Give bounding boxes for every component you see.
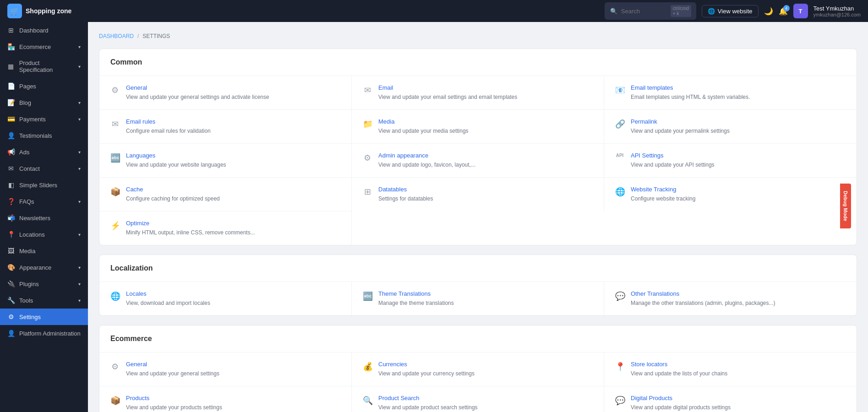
grid-item-title[interactable]: Digital Products <box>631 395 846 401</box>
grid-item-title[interactable]: Email rules <box>126 118 340 125</box>
debug-badge[interactable]: Debug Mode <box>840 184 851 228</box>
setting-item-store-locators: 📍 Store locators View and update the lis… <box>604 352 857 386</box>
grid-item-desc: Configure caching for optimized speed <box>126 195 340 203</box>
grid-item-title[interactable]: Theme Translations <box>378 290 593 297</box>
section-title-ecommerce: Ecommerce <box>99 325 857 352</box>
grid-item-content: Permalink View and update your permalink… <box>631 118 846 135</box>
sidebar-item-tools[interactable]: 🔧 Tools ▾ <box>0 292 88 309</box>
setting-item-media: 📁 Media View and update your media setti… <box>352 110 604 144</box>
grid-item-title[interactable]: Other Translations <box>631 290 846 297</box>
grid-item-title[interactable]: Website Tracking <box>631 186 846 193</box>
grid-item-desc: View and update your products settings <box>126 403 340 412</box>
sidebar-item-plugins[interactable]: 🔌 Plugins ▾ <box>0 276 88 292</box>
sidebar-item-settings[interactable]: ⚙ Settings <box>0 309 88 325</box>
sidebar-label-media: Media <box>19 248 35 255</box>
sidebar-icon-contact: ✉ <box>7 165 15 172</box>
sidebar-icon-simple-sliders: ◧ <box>7 181 15 189</box>
sidebar-item-ads[interactable]: 📢 Ads ▾ <box>0 144 88 160</box>
sidebar-item-newsletters[interactable]: 📬 Newsletters <box>0 210 88 226</box>
sidebar-label-product-specification: Product Specification <box>19 60 74 73</box>
permalink-icon: 🔗 <box>615 119 624 129</box>
chevron-icon: ▾ <box>78 150 81 155</box>
grid-item-title[interactable]: General <box>126 361 340 368</box>
grid-item-title[interactable]: Store locators <box>631 361 846 368</box>
sidebar-icon-pages: 📄 <box>7 82 15 90</box>
search-icon: 🔍 <box>610 8 617 15</box>
grid-item-title[interactable]: Media <box>378 118 593 125</box>
digital-products-icon: 💬 <box>615 396 624 406</box>
currencies-icon: 💰 <box>363 362 372 372</box>
globe-icon: 🌐 <box>708 8 715 15</box>
sidebar-item-locations[interactable]: 📍 Locations ▾ <box>0 226 88 243</box>
grid-item-title[interactable]: Datatables <box>378 186 593 193</box>
sidebar-item-contact[interactable]: ✉ Contact ▾ <box>0 160 88 177</box>
sidebar-icon-platform-administration: 👤 <box>7 330 15 337</box>
sidebar-icon-media: 🖼 <box>7 247 15 255</box>
grid-item-desc: View and update logo, favicon, layout,..… <box>378 161 593 169</box>
topnav-actions: 🌐 View website 🌙 🔔 4 T Test Ymkuzhan ymk… <box>702 4 861 18</box>
products-icon: 📦 <box>110 396 120 406</box>
sidebar-label-dashboard: Dashboard <box>19 27 49 34</box>
locales-icon: 🌐 <box>110 291 120 301</box>
moon-icon-button[interactable]: 🌙 <box>764 7 773 16</box>
logo-text: Shopping zone <box>26 7 71 15</box>
grid-item-title[interactable]: Locales <box>126 290 340 297</box>
sidebar-item-dashboard[interactable]: ⊞ Dashboard <box>0 22 88 38</box>
sidebar-item-pages[interactable]: 📄 Pages <box>0 78 88 94</box>
grid-item-desc: Configure website tracking <box>631 195 846 203</box>
view-website-button[interactable]: 🌐 View website <box>702 5 759 17</box>
grid-item-title[interactable]: Products <box>126 395 340 401</box>
website-tracking-icon: 🌐 <box>615 187 624 197</box>
sidebar-item-simple-sliders[interactable]: ◧ Simple Sliders <box>0 177 88 193</box>
datatables-icon: ⊞ <box>363 187 372 197</box>
sidebar-item-platform-administration[interactable]: 👤 Platform Administration <box>0 325 88 342</box>
grid-item-desc: View and update your currency settings <box>378 369 593 378</box>
sidebar-item-media[interactable]: 🖼 Media <box>0 243 88 259</box>
chevron-icon: ▾ <box>78 64 81 69</box>
sidebar-icon-dashboard: ⊞ <box>7 27 15 34</box>
sidebar-icon-settings: ⚙ <box>7 313 15 320</box>
sidebar-item-product-specification[interactable]: ▦ Product Specification ▾ <box>0 55 88 78</box>
section-title-localization: Localization <box>99 255 857 282</box>
sidebar-label-newsletters: Newsletters <box>19 215 50 222</box>
grid-item-desc: View and update your website languages <box>126 161 340 169</box>
sidebar-item-blog[interactable]: 📝 Blog ▾ <box>0 94 88 111</box>
grid-item-desc: View and update your API settings <box>631 161 846 169</box>
grid-item-desc: View and update your email settings and … <box>378 93 593 101</box>
grid-item-title[interactable]: Currencies <box>378 361 593 368</box>
sidebar-item-ecommerce[interactable]: 🏪 Ecommerce ▾ <box>0 38 88 55</box>
grid-item-title[interactable]: Languages <box>126 152 340 159</box>
sidebar-icon-plugins: 🔌 <box>7 280 15 287</box>
sidebar-item-payments[interactable]: 💳 Payments ▾ <box>0 111 88 127</box>
search-input[interactable] <box>621 8 667 15</box>
grid-item-title[interactable]: API Settings <box>631 152 846 159</box>
sidebar-label-faqs: FAQs <box>19 198 34 205</box>
grid-item-title[interactable]: General <box>126 84 340 91</box>
grid-item-content: Products View and update your products s… <box>126 395 340 412</box>
setting-item-cache: 📦 Cache Configure caching for optimized … <box>99 178 352 211</box>
setting-item-website-tracking: 🌐 Website Tracking Configure website tra… <box>604 178 857 211</box>
grid-item-title[interactable]: Optimize <box>126 220 340 227</box>
section-title-common: Common <box>99 49 857 76</box>
grid-item-desc: View and update the lists of your chains <box>631 369 846 378</box>
user-email: ymkuzhan@126.com <box>813 12 861 17</box>
sidebar-item-appearance[interactable]: 🎨 Appearance ▾ <box>0 259 88 276</box>
grid-item-title[interactable]: Admin appearance <box>378 152 593 159</box>
sidebar-label-ads: Ads <box>19 149 29 156</box>
grid-item-content: Email View and update your email setting… <box>378 84 593 101</box>
grid-item-title[interactable]: Product Search <box>378 395 593 401</box>
breadcrumb-dashboard[interactable]: DASHBOARD <box>99 33 134 39</box>
logo[interactable]: 🛒 Shopping zone <box>7 4 71 18</box>
grid-item-title[interactable]: Email templates <box>631 84 846 91</box>
sidebar-item-faqs[interactable]: ❓ FAQs ▾ <box>0 193 88 210</box>
notification-button[interactable]: 🔔 4 <box>779 7 788 16</box>
grid-item-desc: View and update your general settings an… <box>126 93 340 101</box>
setting-item-permalink: 🔗 Permalink View and update your permali… <box>604 110 857 144</box>
grid-item-title[interactable]: Cache <box>126 186 340 193</box>
grid-item-title[interactable]: Email <box>378 84 593 91</box>
grid-item-title[interactable]: Permalink <box>631 118 846 125</box>
sidebar-item-testimonials[interactable]: 👤 Testimonials <box>0 127 88 144</box>
chevron-icon: ▾ <box>78 265 81 270</box>
grid-item-desc: View and update your permalink settings <box>631 127 846 135</box>
search-bar[interactable]: 🔍 ctrl/cmd + k <box>605 2 696 20</box>
